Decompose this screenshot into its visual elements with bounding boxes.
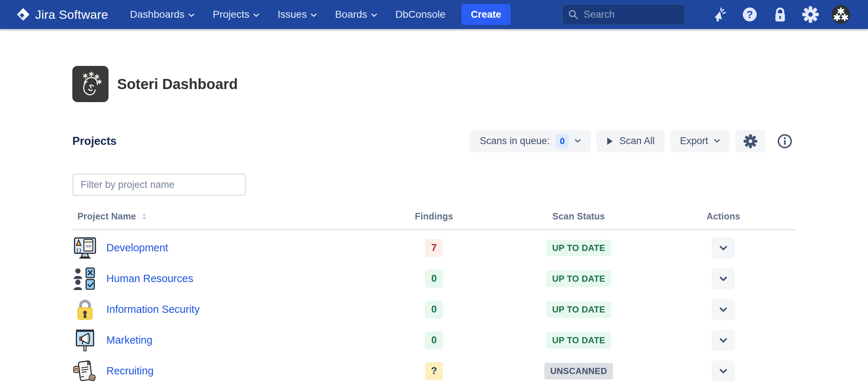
sort-icon xyxy=(142,213,147,220)
findings-badge[interactable]: ? xyxy=(425,362,443,380)
megaphone-icon xyxy=(711,7,727,22)
project-name-cell: Human Resources xyxy=(72,267,362,291)
user-avatar[interactable] xyxy=(830,4,851,25)
scan-all-label: Scan All xyxy=(619,135,655,147)
column-header-scan-status: Scan Status xyxy=(506,211,651,222)
project-link[interactable]: Human Resources xyxy=(106,273,193,285)
main-navigation: Dashboards Projects Issues Boards DbCons… xyxy=(130,9,445,20)
table-header: Project Name Findings Scan Status Action… xyxy=(72,211,796,230)
project-name-cell: Recruiting xyxy=(72,359,362,383)
play-icon xyxy=(606,137,613,146)
recruiting-project-icon xyxy=(73,359,97,383)
chevron-down-icon xyxy=(719,338,727,343)
info-icon xyxy=(777,133,793,149)
page-title: Soteri Dashboard xyxy=(117,76,238,92)
info-button[interactable] xyxy=(774,133,796,149)
project-name-cell: <> { } Development xyxy=(72,236,362,260)
lock-icon xyxy=(773,6,788,23)
gear-icon xyxy=(744,134,757,148)
row-actions-button[interactable] xyxy=(712,361,735,382)
column-header-actions: Actions xyxy=(651,211,796,222)
soteri-app-icon xyxy=(72,66,109,102)
svg-text:<>: <> xyxy=(85,243,91,249)
chevron-down-icon xyxy=(719,276,727,281)
table-row: Recruiting ? UNSCANNED xyxy=(72,356,796,386)
status-badge: UP TO DATE xyxy=(546,301,612,318)
project-filter-input[interactable] xyxy=(72,173,246,196)
svg-text:{ }: { } xyxy=(76,248,81,253)
svg-text:?: ? xyxy=(746,9,753,20)
findings-badge[interactable]: 0 xyxy=(425,301,443,319)
findings-badge[interactable]: 7 xyxy=(425,239,443,257)
chevron-down-icon xyxy=(371,13,377,17)
gear-icon xyxy=(802,6,819,23)
project-link[interactable]: Development xyxy=(106,242,168,254)
lock-project-icon xyxy=(73,298,97,322)
soteri-face-stars-icon xyxy=(77,70,104,98)
search-input[interactable] xyxy=(562,4,685,25)
toolbar-row: Projects Scans in queue: 0 Scan All Expo… xyxy=(72,125,796,157)
chevron-down-icon xyxy=(714,139,720,143)
row-actions-button[interactable] xyxy=(712,238,735,259)
page-header: Soteri Dashboard xyxy=(72,66,796,102)
chevron-down-icon xyxy=(719,246,727,251)
row-actions-button[interactable] xyxy=(712,299,735,320)
permissions-button[interactable] xyxy=(770,4,791,25)
hr-project-icon xyxy=(73,267,97,291)
jira-logo-text: Jira Software xyxy=(35,8,108,22)
projects-table: Project Name Findings Scan Status Action… xyxy=(72,211,796,386)
column-header-findings: Findings xyxy=(362,211,506,222)
main-content: Soteri Dashboard Projects Scans in queue… xyxy=(0,66,868,386)
scan-all-button[interactable]: Scan All xyxy=(596,130,664,152)
table-row: Information Security 0 UP TO DATE xyxy=(72,294,796,325)
top-navbar: Jira Software Dashboards Projects Issues… xyxy=(0,0,868,29)
nav-item-projects[interactable]: Projects xyxy=(213,9,259,20)
status-badge: UP TO DATE xyxy=(546,270,612,287)
nav-item-dashboards[interactable]: Dashboards xyxy=(130,9,195,20)
jira-logo-icon xyxy=(16,7,30,22)
table-row: <> { } Development 7 UP TO DATE xyxy=(72,232,796,263)
table-row: Human Resources 0 UP TO DATE xyxy=(72,263,796,294)
table-row: Marketing 0 UP TO DATE xyxy=(72,325,796,356)
help-button[interactable]: ? xyxy=(739,4,760,25)
chevron-down-icon xyxy=(719,307,727,312)
row-actions-button[interactable] xyxy=(712,330,735,351)
table-body: <> { } Development 7 UP TO DATE xyxy=(72,230,796,386)
projects-heading: Projects xyxy=(72,135,116,148)
scans-in-queue-button[interactable]: Scans in queue: 0 xyxy=(470,130,591,152)
status-badge: UP TO DATE xyxy=(546,332,612,349)
status-badge: UNSCANNED xyxy=(544,363,613,379)
dashboard-settings-button[interactable] xyxy=(736,130,765,152)
chevron-down-icon xyxy=(575,139,581,143)
jira-logo[interactable]: Jira Software xyxy=(16,7,108,22)
export-label: Export xyxy=(680,135,708,147)
marketing-project-icon xyxy=(73,328,97,352)
project-name-cell: Marketing xyxy=(72,328,362,352)
nav-item-dbconsole[interactable]: DbConsole xyxy=(395,9,446,20)
avatar-snowflakes-icon xyxy=(831,4,851,25)
nav-item-boards[interactable]: Boards xyxy=(335,9,377,20)
chevron-down-icon xyxy=(253,13,259,17)
scans-in-queue-label: Scans in queue: xyxy=(480,135,550,147)
settings-button[interactable] xyxy=(800,4,821,25)
chevron-down-icon xyxy=(188,13,195,17)
project-link[interactable]: Recruiting xyxy=(106,365,154,377)
development-project-icon: <> { } xyxy=(73,236,97,260)
chevron-down-icon xyxy=(719,369,727,374)
announcements-button[interactable] xyxy=(709,4,730,25)
findings-badge[interactable]: 0 xyxy=(425,331,443,349)
column-header-project-name[interactable]: Project Name xyxy=(72,211,362,222)
queue-count-badge: 0 xyxy=(556,134,569,148)
chevron-down-icon xyxy=(311,13,317,17)
project-name-cell: Information Security xyxy=(72,298,362,322)
findings-badge[interactable]: 0 xyxy=(425,270,443,288)
search-box xyxy=(562,4,685,25)
create-button[interactable]: Create xyxy=(461,4,511,25)
project-link[interactable]: Information Security xyxy=(106,303,200,315)
toolbar: Scans in queue: 0 Scan All Export xyxy=(470,130,796,152)
export-button[interactable]: Export xyxy=(670,130,730,152)
nav-item-issues[interactable]: Issues xyxy=(277,9,317,20)
row-actions-button[interactable] xyxy=(712,268,735,289)
project-link[interactable]: Marketing xyxy=(106,334,152,346)
status-badge: UP TO DATE xyxy=(546,240,612,256)
